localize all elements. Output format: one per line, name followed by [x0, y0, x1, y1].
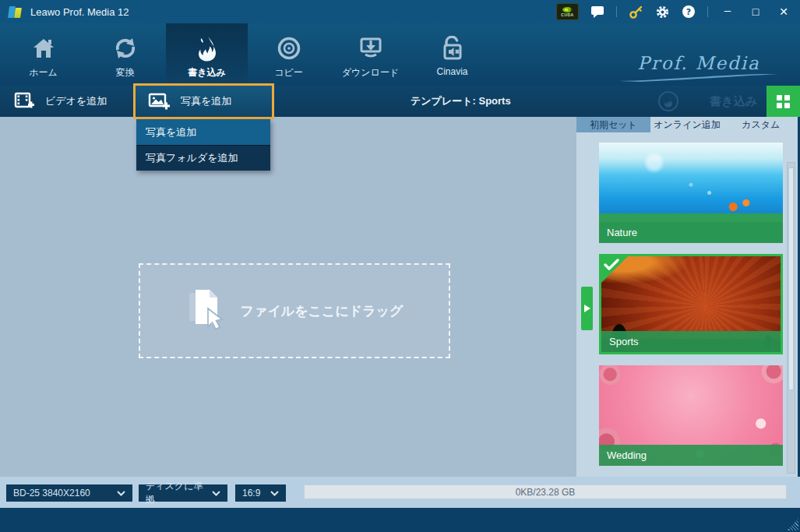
resize-grip[interactable]: [787, 519, 798, 530]
template-name: Nature: [599, 222, 783, 243]
bottom-settings-bar: BD-25 3840X2160 ディスクに準拠 16:9 0KB/23.28 G…: [0, 477, 800, 508]
disc-icon: [277, 33, 301, 63]
template-item-sports[interactable]: Sports: [599, 254, 783, 354]
add-video-button[interactable]: ビデオを追加: [0, 86, 134, 117]
minimize-button[interactable]: –: [719, 2, 736, 18]
tab-custom-templates[interactable]: カスタム: [724, 117, 798, 132]
toolbar: ビデオを追加 写真を追加 テンプレート: Sports 書き込み: [0, 86, 800, 117]
download-icon: [359, 33, 382, 63]
brand-swoosh: [617, 72, 781, 83]
burn-button-label: 書き込み: [710, 94, 757, 109]
template-name: Wedding: [599, 445, 783, 466]
app-window: Leawo Prof. Media 12 CUDA ? – □ ✕: [0, 0, 800, 532]
selected-check-icon: [601, 256, 628, 283]
chevron-down-icon: [270, 491, 279, 496]
flame-icon: [196, 33, 219, 63]
scrollbar-thumb[interactable]: [788, 167, 794, 390]
nav-tab-burn[interactable]: 書き込み: [166, 23, 248, 86]
nav-tab-home[interactable]: ホーム: [2, 23, 84, 86]
convert-arrows-icon: [114, 33, 137, 63]
add-photo-button[interactable]: 写真を追加: [134, 86, 274, 117]
dropzone-label: ファイルをここにドラッグ: [241, 302, 404, 320]
template-scrollbar[interactable]: [787, 162, 795, 474]
template-panel: 初期セット オンライン追加 カスタム Nature Sports: [576, 117, 800, 477]
capacity-text: 0KB/23.28 GB: [516, 487, 576, 498]
arrow-right-icon: [584, 305, 590, 312]
menu-item-add-photo[interactable]: 写真を追加: [136, 119, 270, 145]
chevron-down-icon: [117, 491, 125, 496]
tab-preset-templates[interactable]: 初期セット: [576, 117, 650, 132]
chevron-down-icon: [212, 491, 220, 496]
file-dropzone[interactable]: ファイルをここにドラッグ: [139, 263, 450, 358]
drag-file-icon: [186, 288, 227, 333]
cinavia-unlock-icon: [441, 33, 464, 63]
home-icon: [32, 33, 55, 63]
template-label: テンプレート: Sports: [411, 94, 511, 108]
template-grid-button[interactable]: [767, 86, 800, 117]
content-area: ファイルをここにドラッグ 初期セット オンライン追加 カスタム Nature S…: [0, 117, 800, 477]
template-item-wedding[interactable]: Wedding: [599, 365, 783, 466]
titlebar: Leawo Prof. Media 12 CUDA ? – □ ✕: [0, 0, 800, 23]
template-item-nature[interactable]: Nature: [599, 143, 783, 243]
brand-text: Prof. Media: [637, 53, 760, 73]
main-nav: ホーム 変換 書き込み コピー ダウンロード: [0, 23, 800, 86]
help-icon[interactable]: ?: [681, 4, 696, 19]
template-panel-tabs: 初期セット オンライン追加 カスタム: [576, 117, 798, 132]
nav-tab-copy[interactable]: コピー: [248, 23, 330, 86]
disc-capacity-bar: 0KB/23.28 GB: [304, 484, 787, 499]
burn-flame-icon: [658, 91, 678, 111]
burn-button[interactable]: 書き込み: [658, 91, 757, 111]
tab-online-templates[interactable]: オンライン追加: [650, 117, 724, 132]
close-button[interactable]: ✕: [775, 4, 792, 19]
menu-item-add-photo-folder[interactable]: 写真フォルダを追加: [136, 145, 270, 171]
panel-collapse-handle[interactable]: [581, 287, 593, 330]
nav-tab-convert[interactable]: 変換: [84, 23, 166, 86]
statusbar: [0, 508, 800, 532]
cuda-badge-icon: CUDA: [556, 3, 579, 20]
add-video-label: ビデオを追加: [45, 94, 107, 108]
nav-tab-download[interactable]: ダウンロード: [330, 23, 411, 86]
window-title: Leawo Prof. Media 12: [30, 6, 129, 18]
disc-format-select[interactable]: BD-25 3840X2160: [6, 484, 132, 502]
template-list: Nature Sports Wedding: [576, 132, 798, 477]
settings-gear-icon[interactable]: [654, 4, 670, 19]
add-photo-label: 写真を追加: [181, 94, 231, 108]
titlebar-separator: [616, 6, 617, 17]
nav-tab-cinavia[interactable]: Cinavia: [411, 23, 493, 86]
brand-logo: Prof. Media: [617, 53, 781, 83]
grid-icon: [777, 95, 790, 108]
maximize-button[interactable]: □: [747, 4, 764, 19]
video-mode-select[interactable]: ディスクに準拠: [139, 484, 227, 502]
template-name: Sports: [601, 331, 781, 352]
file-list-area: ファイルをここにドラッグ: [0, 117, 576, 477]
add-photo-menu: 写真を追加 写真フォルダを追加: [136, 119, 270, 171]
feedback-bubble-icon[interactable]: [590, 4, 605, 19]
aspect-ratio-select[interactable]: 16:9: [235, 484, 286, 502]
titlebar-separator: [707, 6, 708, 17]
register-key-icon[interactable]: [628, 4, 643, 19]
svg-text:?: ?: [686, 7, 691, 17]
image-plus-icon: [148, 91, 170, 111]
leawo-logo-icon: [8, 5, 23, 19]
film-plus-icon: [14, 91, 34, 111]
